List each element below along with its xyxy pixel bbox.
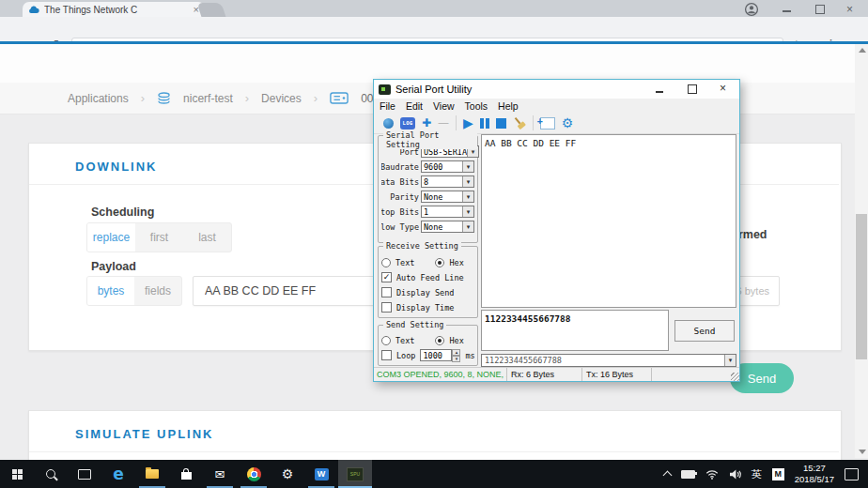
wifi-icon[interactable] — [705, 469, 719, 480]
clear-icon[interactable] — [510, 114, 529, 132]
ime-mode-indicator[interactable]: M — [772, 468, 784, 480]
taskbar-search-button[interactable] — [34, 460, 68, 488]
breadcrumb-devices[interactable]: Devices — [261, 92, 302, 105]
stop-icon[interactable] — [496, 118, 506, 129]
system-tray: 英 M 15:27 2018/5/17 — [664, 463, 868, 485]
menu-edit[interactable]: Edit — [406, 100, 423, 112]
breadcrumb-separator-icon: › — [245, 91, 249, 105]
serial-menu-bar: File Edit View Tools Help — [374, 99, 739, 113]
stopbits-select[interactable]: 1▾ — [421, 206, 474, 218]
mail-icon: ✉ — [215, 467, 225, 481]
send-text-radio[interactable] — [381, 336, 391, 345]
send-hex-label: Hex — [449, 336, 463, 345]
window-restore-button[interactable] — [815, 5, 825, 14]
taskbar-clock[interactable]: 15:27 2018/5/17 — [795, 463, 834, 485]
scheduling-option-replace[interactable]: replace — [87, 223, 135, 252]
connect-icon[interactable] — [383, 118, 394, 129]
dropdown-arrow-icon[interactable]: ▾ — [462, 191, 473, 202]
tray-expand-icon[interactable] — [662, 471, 672, 480]
dropdown-arrow-icon[interactable]: ▾ — [462, 206, 473, 217]
taskbar-chrome-button[interactable] — [237, 460, 271, 488]
parity-select[interactable]: None▾ — [421, 191, 474, 203]
baudrate-label: Baudrate — [381, 162, 419, 172]
scheduling-option-first[interactable]: first — [135, 223, 183, 252]
taskbar-settings-button[interactable]: ⚙ — [271, 460, 304, 488]
receive-data-area[interactable]: AA BB CC DD EE FF — [481, 134, 736, 308]
new-tab-button[interactable] — [197, 3, 226, 17]
loop-label: Loop — [396, 351, 415, 360]
resize-grip[interactable] — [731, 373, 739, 381]
payload-option-fields[interactable]: fields — [134, 277, 181, 305]
stopbits-value: 1 — [422, 207, 462, 217]
log-icon[interactable]: LOG — [400, 117, 415, 130]
serial-send-button[interactable]: Send — [674, 320, 735, 342]
browser-tab-strip: The Things Network C × × — [0, 0, 868, 17]
flowtype-select[interactable]: None▾ — [421, 221, 474, 233]
dropdown-arrow-icon[interactable]: ▾ — [462, 221, 473, 232]
pause-icon[interactable] — [480, 118, 489, 129]
serial-title-bar[interactable]: Serial Port Utility × — [374, 80, 739, 99]
dropdown-arrow-icon[interactable]: ▾ — [462, 161, 473, 172]
window-close-button[interactable]: × — [846, 3, 853, 16]
parity-row: Parity None▾ — [381, 191, 474, 203]
serial-close-button[interactable]: × — [720, 82, 726, 95]
dropdown-arrow-icon[interactable]: ▾ — [724, 355, 736, 366]
databits-select[interactable]: 8▾ — [421, 175, 474, 188]
battery-icon[interactable] — [681, 470, 695, 479]
volume-icon[interactable] — [729, 469, 741, 480]
taskbar-word-button[interactable]: W — [304, 460, 338, 488]
taskbar-store-button[interactable] — [169, 460, 203, 488]
stepper-down-icon[interactable]: ▾ — [452, 356, 460, 362]
scheduling-option-last[interactable]: last — [183, 223, 231, 252]
taskbar-file-explorer-button[interactable] — [135, 460, 169, 488]
add-tab-icon[interactable] — [540, 117, 555, 130]
menu-tools[interactable]: Tools — [465, 100, 488, 112]
auto-feed-line-checkbox[interactable]: ✓ — [381, 272, 392, 282]
ttn-header: THE THINGS NETWORK CONSOLE COMMUNITY EDI… — [0, 44, 868, 84]
baudrate-select[interactable]: 9600▾ — [421, 160, 474, 173]
loop-checkbox[interactable] — [381, 350, 392, 360]
taskbar-edge-button[interactable]: e — [101, 460, 135, 488]
window-minimize-button[interactable] — [783, 3, 792, 12]
display-send-checkbox[interactable] — [381, 287, 392, 297]
scrollbar-down-arrow[interactable] — [859, 450, 866, 454]
settings-gear-icon[interactable]: ⚙ — [562, 115, 574, 130]
parity-label: Parity — [381, 192, 419, 202]
breadcrumb-applications[interactable]: Applications — [68, 92, 129, 105]
display-time-checkbox[interactable] — [381, 302, 392, 313]
breadcrumb-application-name[interactable]: nicerf-test — [183, 92, 233, 105]
serial-minimize-button[interactable] — [656, 91, 663, 93]
send-history-combobox[interactable]: 1122334455667788 ▾ — [481, 354, 736, 367]
toolbar-separator — [533, 115, 534, 130]
start-button[interactable] — [0, 460, 34, 488]
receive-hex-radio[interactable] — [435, 258, 444, 267]
scrollbar-up-arrow[interactable] — [859, 48, 866, 53]
taskbar-mail-button[interactable]: ✉ — [203, 460, 237, 488]
payload-segmented-control: bytes fields — [86, 276, 182, 306]
add-port-icon[interactable]: ✚ — [422, 116, 431, 130]
ime-language-indicator[interactable]: 英 — [752, 467, 762, 481]
menu-file[interactable]: File — [380, 100, 395, 112]
send-data-area[interactable]: 1122334455667788 — [481, 310, 669, 351]
action-center-icon[interactable] — [845, 468, 859, 480]
browser-profile-icon[interactable] — [744, 2, 759, 17]
browser-tab[interactable]: The Things Network C × — [23, 2, 205, 17]
serial-maximize-button[interactable] — [688, 84, 697, 94]
task-view-button[interactable] — [68, 460, 101, 488]
scheduling-segmented-control: replace first last — [86, 222, 232, 252]
taskbar-serial-utility-button[interactable]: SPU — [338, 460, 372, 488]
tx-bytes-status: Tx: 16 Bytes — [581, 368, 651, 381]
edge-icon: e — [113, 466, 124, 482]
payload-option-bytes[interactable]: bytes — [87, 277, 134, 305]
loop-interval-value[interactable]: 1000 — [420, 349, 452, 361]
loop-interval-stepper[interactable]: 1000 ▴▾ — [420, 349, 460, 361]
stepper-up-icon[interactable]: ▴ — [452, 349, 460, 356]
send-hex-radio[interactable] — [435, 336, 444, 345]
stopbits-row: Stop Bits 1▾ — [381, 206, 474, 218]
dropdown-arrow-icon[interactable]: ▾ — [462, 176, 473, 187]
receive-text-radio[interactable] — [381, 258, 391, 267]
menu-view[interactable]: View — [433, 100, 455, 112]
start-icon[interactable]: ▶ — [463, 115, 473, 130]
page-scrollbar-thumb[interactable] — [856, 214, 867, 359]
menu-help[interactable]: Help — [498, 100, 519, 112]
